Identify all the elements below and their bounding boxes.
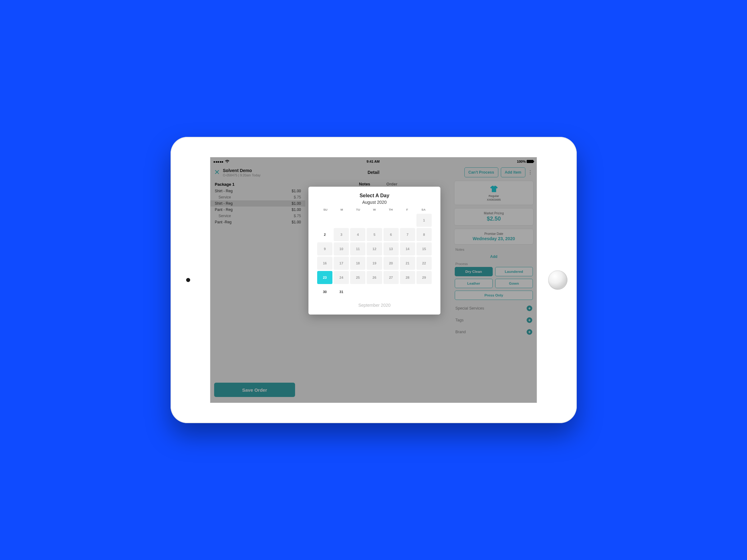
calendar-day[interactable]: 9 [317, 242, 332, 256]
calendar-day[interactable]: 14 [400, 242, 415, 256]
calendar-day[interactable]: 15 [416, 242, 432, 256]
calendar-day[interactable]: 4 [350, 228, 365, 241]
dow-label: W [366, 208, 383, 211]
home-button[interactable] [548, 270, 567, 290]
dow-label: TU [350, 208, 366, 211]
calendar-day[interactable]: 18 [350, 257, 365, 270]
calendar-day[interactable]: 12 [367, 242, 382, 256]
calendar-day[interactable]: 25 [350, 271, 365, 284]
calendar-day[interactable]: 19 [367, 257, 382, 270]
calendar-day[interactable]: 26 [367, 271, 382, 284]
date-picker-modal: Select A Day August 2020 SUMTUWTHFSA 123… [308, 187, 440, 315]
calendar-day[interactable]: 5 [367, 228, 382, 241]
calendar-day[interactable]: 3 [334, 228, 349, 241]
calendar-day[interactable]: 23 [317, 271, 332, 284]
dow-label: SU [317, 208, 334, 211]
calendar-day[interactable]: 17 [334, 257, 349, 270]
ipad-frame: 9:41 AM 100% ✕ Solvent Demo O-058475 | 9… [171, 137, 577, 423]
calendar-day[interactable]: 21 [400, 257, 415, 270]
calendar-day[interactable]: 28 [400, 271, 415, 284]
calendar-day[interactable]: 27 [383, 271, 399, 284]
calendar-day[interactable]: 16 [317, 257, 332, 270]
dow-label: M [334, 208, 350, 211]
calendar-day[interactable]: 6 [383, 228, 399, 241]
dow-label: SA [415, 208, 432, 211]
calendar-day[interactable]: 2 [317, 228, 332, 241]
dow-label: TH [383, 208, 399, 211]
calendar-day[interactable]: 30 [317, 285, 332, 298]
calendar-day[interactable]: 20 [383, 257, 399, 270]
picker-next-month[interactable]: September 2020 [317, 303, 432, 308]
app-screen: 9:41 AM 100% ✕ Solvent Demo O-058475 | 9… [210, 157, 537, 403]
calendar-day[interactable]: 13 [383, 242, 399, 256]
calendar-day[interactable]: 29 [416, 271, 432, 284]
picker-month: August 2020 [317, 200, 432, 205]
calendar-day[interactable]: 31 [334, 285, 349, 298]
calendar-day[interactable]: 22 [416, 257, 432, 270]
calendar-day[interactable]: 24 [334, 271, 349, 284]
camera-dot [186, 278, 190, 282]
calendar-day[interactable]: 1 [416, 214, 432, 227]
dow-label: F [399, 208, 415, 211]
picker-title: Select A Day [317, 193, 432, 198]
calendar-day[interactable]: 11 [350, 242, 365, 256]
calendar-day[interactable]: 8 [416, 228, 432, 241]
calendar-day[interactable]: 7 [400, 228, 415, 241]
calendar-day[interactable]: 10 [334, 242, 349, 256]
